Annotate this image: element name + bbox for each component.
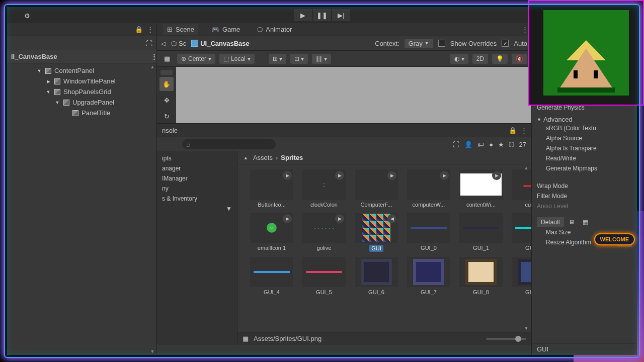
asset-item[interactable]: GUI_4	[248, 257, 296, 295]
lock-icon[interactable]: 🔒	[509, 127, 517, 134]
hierarchy-item[interactable]: PanelTitle	[7, 108, 156, 118]
asset-grid[interactable]: ▶ButtonIco...:▶clockColon▶ComputerF...▶c…	[237, 164, 531, 332]
asset-item[interactable]: GUI_6	[352, 257, 400, 295]
inspector-property[interactable]: Read/Write	[537, 153, 632, 163]
asset-item[interactable]: ▶contentWi...	[457, 169, 505, 208]
hierarchy-item[interactable]: ▼ShopPanelsGrid	[7, 86, 156, 97]
tool-handle-icon[interactable]: ▦	[161, 55, 173, 62]
rotate-tool-icon[interactable]: ↻	[159, 109, 174, 123]
step-button[interactable]: ▶|	[332, 9, 350, 21]
asset-item[interactable]: GUI_5	[300, 257, 348, 295]
inspector-property[interactable]: sRGB (Color Textu	[537, 123, 632, 133]
inspector-property[interactable]: Alpha Is Transpare	[537, 143, 632, 153]
expand-icon[interactable]: ⛶	[146, 40, 152, 47]
thumbnail-size-slider[interactable]	[486, 338, 526, 340]
folder-item[interactable]: IManager	[157, 173, 237, 184]
project-search-row: ⛶ 👤 🏷 ● ★ 👁̸ 27	[157, 137, 531, 151]
hierarchy-filter-icon[interactable]: 👤	[464, 141, 472, 148]
asset-item[interactable]: GUI_8	[457, 257, 505, 295]
type-filter-icon[interactable]: ●	[489, 141, 493, 148]
inspector-property[interactable]: Generate Mipmaps	[537, 163, 632, 173]
footer-path: Assets/Sprites/GUI.png	[254, 335, 321, 342]
hierarchy-item[interactable]: ▼ContentPanel	[7, 65, 156, 76]
settings-icon[interactable]: ⚙	[21, 10, 33, 22]
pivot-dropdown[interactable]: ⊕ Center ▾	[177, 54, 215, 64]
asset-item[interactable]: GUI_1	[457, 213, 505, 252]
asset-item[interactable]: ▶ButtonIco...	[248, 169, 296, 208]
auto-label: Auto	[514, 40, 527, 47]
grid-snap-button[interactable]: ⊞ ▾	[269, 54, 286, 64]
hidden-icon[interactable]: 👁̸	[509, 141, 514, 148]
audio-toggle[interactable]: 🔇	[512, 54, 527, 64]
search-input[interactable]	[182, 139, 276, 149]
folder-item[interactable]: ipts	[157, 153, 237, 163]
context-label: Context:	[375, 40, 399, 47]
menu-icon[interactable]: ⋮	[521, 127, 526, 134]
folder-item[interactable]: anager	[157, 163, 237, 173]
inspector-property[interactable]: Wrap Mode	[537, 181, 632, 191]
lighting-toggle[interactable]: 💡	[492, 54, 508, 64]
label-filter-icon[interactable]: 🏷	[477, 141, 484, 148]
folder-item[interactable]: s & Inventory	[157, 194, 237, 204]
context-dropdown[interactable]: Gray▼	[405, 39, 433, 48]
folder-item[interactable]: ny	[157, 184, 237, 194]
scene-viewport[interactable]: ✋ ✥ ↻	[157, 67, 531, 123]
menu-icon[interactable]: ⋮	[147, 26, 152, 33]
filter-icon[interactable]: ⛶	[453, 141, 459, 148]
prefab-crumb-current[interactable]: UI_CanvasBase	[191, 40, 250, 47]
show-overrides-checkbox[interactable]	[438, 40, 445, 47]
hierarchy-item[interactable]: ▼UpgradePanel	[7, 97, 156, 108]
console-tab[interactable]: nsole 🔒 ⋮	[157, 124, 531, 137]
asset-icon: ▦	[243, 335, 249, 342]
snap-settings-button[interactable]: ∥∥ ▾	[312, 54, 331, 64]
asset-item[interactable]: ✉▶emailIcon 1	[248, 213, 296, 252]
view-tool-icon[interactable]	[160, 70, 173, 75]
project-folders[interactable]: iptsanagerIManagernys & Inventory▼	[157, 151, 237, 345]
hierarchy-tree[interactable]: ▼ContentPanel▶WindowTitlePanel▼ShopPanel…	[7, 63, 156, 355]
pause-button[interactable]: ❚❚	[313, 9, 331, 21]
sprite-character	[543, 10, 629, 96]
hierarchy-item[interactable]: ▶WindowTitlePanel	[7, 76, 156, 86]
tab-animator[interactable]: ⬡Animator	[253, 24, 296, 35]
space-dropdown[interactable]: ⬚ Local ▾	[219, 54, 255, 64]
menu-icon[interactable]: ⋮	[522, 26, 527, 33]
scene-tabs: ⊞Scene🎮Game⬡Animator ⋮	[157, 23, 531, 36]
breadcrumb-root[interactable]: Assets	[253, 154, 273, 161]
inspector-footer: GUI	[532, 343, 637, 355]
sprite-preview-overlay	[528, 0, 644, 106]
draw-mode-button[interactable]: ◐ ▾	[450, 54, 468, 64]
hand-tool-icon[interactable]: ✋	[159, 77, 174, 91]
play-button[interactable]: ▶	[294, 9, 312, 21]
welcome-neon-sign: WELCOME	[594, 233, 635, 245]
snap-increment-button[interactable]: ⊡ ▾	[290, 54, 308, 64]
platform-tabs[interactable]: Default 🖥 ▦	[537, 217, 632, 227]
breadcrumb-current[interactable]: Sprites	[281, 154, 303, 161]
tab-game[interactable]: 🎮Game	[207, 24, 244, 35]
asset-item[interactable]: :▶clockColon	[300, 169, 348, 208]
auto-checkbox[interactable]	[502, 40, 509, 47]
collapse-icon[interactable]: ▲	[244, 155, 248, 160]
tab-scene[interactable]: ⊞Scene	[163, 24, 198, 35]
breadcrumb: ▲ Assets › Sprites	[237, 151, 531, 164]
asset-item[interactable]: GUI_0	[405, 213, 453, 252]
advanced-section[interactable]: ▼ Advanced	[537, 116, 632, 123]
asset-item[interactable]: GUI_7	[405, 257, 453, 295]
project-footer: ▦ Assets/Sprites/GUI.png	[237, 332, 531, 345]
inspector-property[interactable]: Filter Mode	[537, 191, 632, 201]
back-icon[interactable]: ◁	[161, 40, 166, 47]
asset-item[interactable]: ▶ComputerF...	[352, 169, 400, 208]
asset-item[interactable]: · · · · · ·▶golive	[300, 213, 348, 252]
menu-icon[interactable]: ⋮	[151, 53, 156, 60]
hierarchy-root[interactable]: II_CanvasBase ⋮	[7, 50, 156, 63]
prefab-crumb-scene[interactable]: ⬡Sc	[171, 40, 186, 47]
favorite-icon[interactable]: ★	[498, 141, 504, 148]
move-tool-icon[interactable]: ✥	[159, 93, 174, 107]
chevron-down-icon[interactable]: ▼	[157, 204, 237, 214]
2d-toggle[interactable]: 2D	[472, 54, 488, 64]
inspector-property[interactable]: Aniso Level	[537, 201, 632, 211]
asset-item[interactable]: ▶computerW...	[405, 169, 453, 208]
inspector-property[interactable]: Alpha Source	[537, 133, 632, 143]
lock-icon[interactable]: 🔒	[135, 26, 143, 33]
asset-item[interactable]: ◀GUI	[352, 213, 400, 252]
scene-toolbar: ▦ ⊕ Center ▾ ⬚ Local ▾ ⊞ ▾ ⊡ ▾ ∥∥ ▾ ◐ ▾ …	[157, 51, 531, 67]
